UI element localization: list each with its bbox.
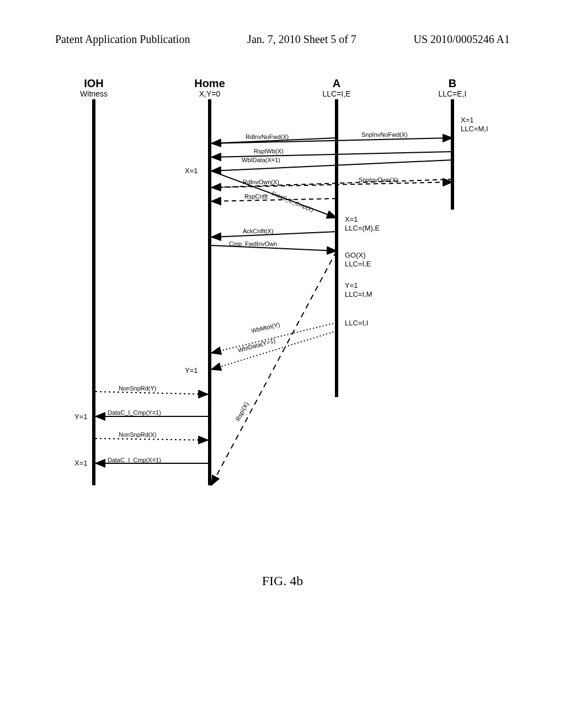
sublabel-ioh: Witness bbox=[80, 89, 108, 98]
state-a-y1: Y=1 bbox=[345, 281, 358, 290]
state-b-llc-mi: LLC=M,I bbox=[461, 125, 488, 133]
svg-line-13 bbox=[95, 392, 208, 394]
state-ioh-y1: Y=1 bbox=[74, 413, 88, 421]
msg-ackcnflt: AckCnflt(X) bbox=[243, 228, 274, 234]
sublabel-a: LLC=I,E bbox=[323, 89, 351, 98]
msg-datac-i-cmp-x: DataC_I_Cmp(X=1) bbox=[108, 457, 161, 463]
msg-rspcnflt: RspCnflt bbox=[244, 193, 268, 200]
msg-snpinvown: SnpInvOwn(X) bbox=[359, 176, 398, 183]
header-center: Jan. 7, 2010 Sheet 5 of 7 bbox=[247, 33, 356, 46]
figure-caption: FIG. 4b bbox=[0, 574, 565, 588]
msg-rspiwb: RspIWb(X) bbox=[254, 148, 284, 154]
state-home-y1: Y=1 bbox=[185, 366, 198, 374]
state-a-llc-ie: LLC=I,E bbox=[345, 260, 371, 268]
label-home: Home bbox=[194, 77, 225, 90]
header-left: Patent Application Publication bbox=[55, 33, 190, 46]
label-ioh: IOH bbox=[84, 77, 104, 90]
state-ioh-x1: X=1 bbox=[74, 459, 88, 467]
header-right: US 2010/0005246 A1 bbox=[414, 33, 510, 46]
svg-line-6 bbox=[211, 199, 337, 201]
state-a-llc-im: LLC=I,M bbox=[345, 290, 372, 298]
state-a-go: GO(X) bbox=[345, 251, 366, 259]
state-a-x1: X=1 bbox=[345, 215, 358, 223]
sublabel-b: LLC=E,I bbox=[439, 89, 467, 98]
msg-wbidata-x: WbIData(X=1) bbox=[242, 157, 280, 163]
state-a-llc-ii: LLC=I,I bbox=[345, 319, 368, 327]
msg-cmp-fwdinvown: Cmp_FwdInvOwn bbox=[229, 240, 277, 247]
svg-line-15 bbox=[95, 438, 208, 440]
svg-line-12 bbox=[211, 251, 337, 485]
state-b-x1: X=1 bbox=[461, 116, 474, 124]
msg-rdinvown: RdInvOwn(X) bbox=[243, 179, 279, 185]
msg-datac-i-cmp-y: DataC_I_Cmp(Y=1) bbox=[108, 409, 161, 416]
msg-nonsnprd-x: NonSnpRd(X) bbox=[119, 431, 156, 438]
sublabel-home: X,Y=0 bbox=[199, 89, 221, 98]
svg-line-8 bbox=[211, 232, 337, 237]
sequence-diagram: IOH Witness Home X,Y=0 A LLC=I,E B LLC=E… bbox=[77, 99, 497, 518]
msg-nonsnprd-y: NonSnpRd(Y) bbox=[119, 385, 156, 392]
message-lines bbox=[77, 99, 497, 518]
state-a-llc-me: LLC=(M),E bbox=[345, 224, 380, 232]
label-b: B bbox=[449, 77, 456, 90]
state-home-x1: X=1 bbox=[185, 167, 198, 175]
msg-rdinvnofwd: RdInvNoFwd(X) bbox=[246, 133, 289, 140]
label-a: A bbox=[333, 77, 340, 90]
msg-snpinvnofwd: SnpInvNoFwd(X) bbox=[361, 131, 408, 138]
